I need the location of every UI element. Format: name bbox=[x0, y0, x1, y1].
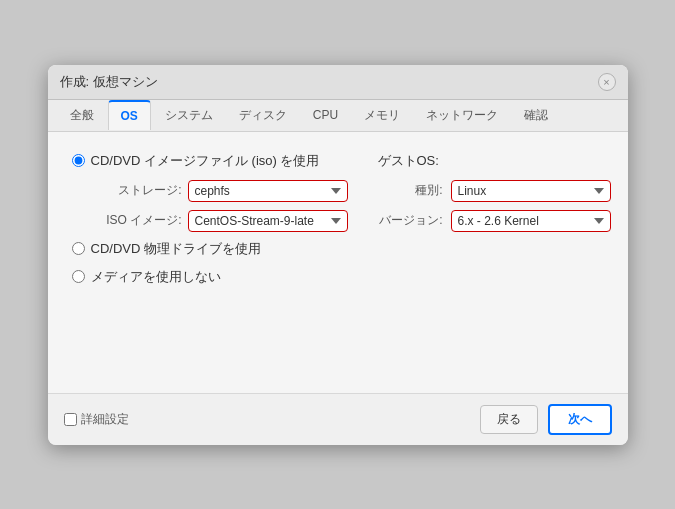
advanced-settings-text: 詳細設定 bbox=[81, 411, 129, 428]
radio-label-drive: CD/DVD 物理ドライブを使用 bbox=[91, 240, 261, 258]
footer: 詳細設定 戻る 次へ bbox=[48, 393, 628, 445]
type-select[interactable]: Linux bbox=[451, 180, 611, 202]
tab-os[interactable]: OS bbox=[108, 100, 151, 130]
content-area: CD/DVD イメージファイル (iso) を使用 ストレージ: cephfs … bbox=[48, 132, 628, 393]
next-button[interactable]: 次へ bbox=[548, 404, 612, 435]
radio-input-drive[interactable] bbox=[72, 242, 85, 255]
left-section: CD/DVD イメージファイル (iso) を使用 ストレージ: cephfs … bbox=[72, 152, 348, 300]
iso-row: ISO イメージ: CentOS-Stream-9-late bbox=[92, 210, 348, 232]
dialog: 作成: 仮想マシン × 全般 OS システム ディスク CPU メモリ ネットワ… bbox=[48, 65, 628, 445]
close-button[interactable]: × bbox=[598, 73, 616, 91]
close-icon: × bbox=[603, 76, 609, 88]
title-bar: 作成: 仮想マシン × bbox=[48, 65, 628, 100]
tab-cpu[interactable]: CPU bbox=[301, 101, 350, 129]
back-button[interactable]: 戻る bbox=[480, 405, 538, 434]
radio-label-iso: CD/DVD イメージファイル (iso) を使用 bbox=[91, 152, 320, 170]
radio-no-media[interactable]: メディアを使用しない bbox=[72, 268, 348, 286]
main-section: CD/DVD イメージファイル (iso) を使用 ストレージ: cephfs … bbox=[72, 152, 604, 300]
iso-label: ISO イメージ: bbox=[92, 212, 182, 229]
radio-input-nomedia[interactable] bbox=[72, 270, 85, 283]
storage-label: ストレージ: bbox=[92, 182, 182, 199]
type-label: 種別: bbox=[378, 182, 443, 199]
radio-cdrom-iso[interactable]: CD/DVD イメージファイル (iso) を使用 bbox=[72, 152, 348, 170]
footer-left: 詳細設定 bbox=[64, 411, 470, 428]
tab-memory[interactable]: メモリ bbox=[352, 100, 412, 131]
dialog-title: 作成: 仮想マシン bbox=[60, 73, 158, 91]
guest-os-title: ゲストOS: bbox=[378, 152, 611, 170]
version-select[interactable]: 6.x - 2.6 Kernel bbox=[451, 210, 611, 232]
storage-select[interactable]: cephfs bbox=[188, 180, 348, 202]
version-row: バージョン: 6.x - 2.6 Kernel bbox=[378, 210, 611, 232]
tab-confirm[interactable]: 確認 bbox=[512, 100, 560, 131]
tab-general[interactable]: 全般 bbox=[58, 100, 106, 131]
tab-bar: 全般 OS システム ディスク CPU メモリ ネットワーク 確認 bbox=[48, 100, 628, 132]
tab-disk[interactable]: ディスク bbox=[227, 100, 299, 131]
type-row: 種別: Linux bbox=[378, 180, 611, 202]
version-label: バージョン: bbox=[378, 212, 443, 229]
tab-network[interactable]: ネットワーク bbox=[414, 100, 510, 131]
iso-select[interactable]: CentOS-Stream-9-late bbox=[188, 210, 348, 232]
tab-system[interactable]: システム bbox=[153, 100, 225, 131]
radio-group: CD/DVD イメージファイル (iso) を使用 ストレージ: cephfs … bbox=[72, 152, 348, 286]
right-section: ゲストOS: 種別: Linux バージョン: 6.x - 2.6 Kernel bbox=[378, 152, 611, 300]
guest-os-section: ゲストOS: 種別: Linux バージョン: 6.x - 2.6 Kernel bbox=[378, 152, 611, 232]
radio-label-nomedia: メディアを使用しない bbox=[91, 268, 221, 286]
advanced-settings-checkbox[interactable] bbox=[64, 413, 77, 426]
radio-cdrom-drive[interactable]: CD/DVD 物理ドライブを使用 bbox=[72, 240, 348, 258]
advanced-settings-label[interactable]: 詳細設定 bbox=[64, 411, 129, 428]
storage-row: ストレージ: cephfs bbox=[92, 180, 348, 202]
radio-input-iso[interactable] bbox=[72, 154, 85, 167]
